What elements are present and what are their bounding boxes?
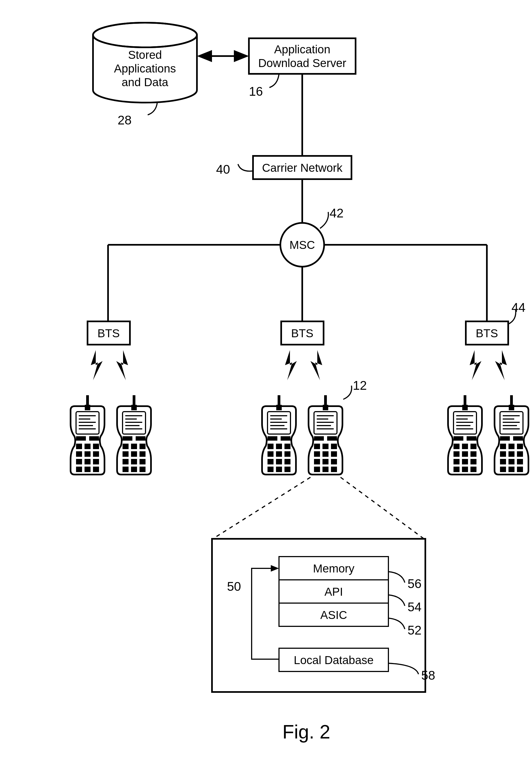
svg-point-1 (93, 23, 197, 47)
bts-right: BTS (466, 321, 508, 344)
db-line1: Stored (128, 48, 162, 61)
ref-44: 44 (511, 300, 525, 315)
bts-center: BTS (281, 321, 324, 344)
mobile-device (262, 395, 296, 475)
svg-line-43 (213, 477, 310, 539)
localdb-label: Local Database (294, 654, 374, 666)
msc-node: MSC (280, 223, 324, 267)
svg-marker-3 (197, 50, 212, 62)
wireless-icon (285, 350, 297, 380)
mobile-device (494, 395, 528, 475)
api-label: API (324, 585, 343, 598)
db-line3: and Data (122, 76, 169, 89)
ref-16: 16 (249, 84, 263, 99)
server-line2: Download Server (258, 57, 346, 69)
msc-label: MSC (289, 239, 315, 251)
ref-28: 28 (117, 113, 131, 127)
server-node: Application Download Server (249, 38, 355, 74)
db-line2: Applications (114, 62, 176, 75)
ref-54: 54 (408, 600, 421, 614)
ref-50: 50 (227, 579, 241, 593)
memory-label: Memory (313, 562, 354, 575)
ref-40: 40 (216, 162, 230, 177)
mobile-device-12 (309, 395, 342, 475)
wireless-icon (470, 350, 482, 380)
svg-text:BTS: BTS (97, 327, 120, 340)
ref-58: 58 (421, 668, 435, 682)
svg-text:BTS: BTS (476, 327, 498, 340)
bts-left: BTS (88, 321, 130, 344)
carrier-label: Carrier Network (262, 161, 343, 174)
db-server-arrow (197, 50, 249, 62)
asic-label: ASIC (320, 609, 347, 621)
wireless-icon (310, 350, 322, 380)
figure-label: Fig. 2 (282, 721, 330, 742)
database-node: Stored Applications and Data (93, 23, 197, 103)
wireless-icon (495, 350, 507, 380)
wireless-icon (91, 350, 103, 380)
ref-56: 56 (408, 576, 421, 591)
mobile-device (117, 395, 151, 475)
detail-box: Memory API ASIC Local Database (212, 539, 425, 692)
svg-marker-50 (271, 565, 279, 572)
mobile-device (448, 395, 482, 475)
server-line1: Application (274, 43, 330, 56)
ref-42: 42 (330, 206, 343, 220)
svg-line-44 (341, 477, 424, 539)
carrier-node: Carrier Network (253, 156, 351, 179)
ref-52: 52 (408, 623, 421, 637)
mobile-device (71, 395, 105, 475)
svg-marker-4 (234, 50, 249, 62)
ref-12: 12 (353, 378, 367, 393)
svg-text:BTS: BTS (291, 327, 313, 340)
wireless-icon (116, 350, 128, 380)
